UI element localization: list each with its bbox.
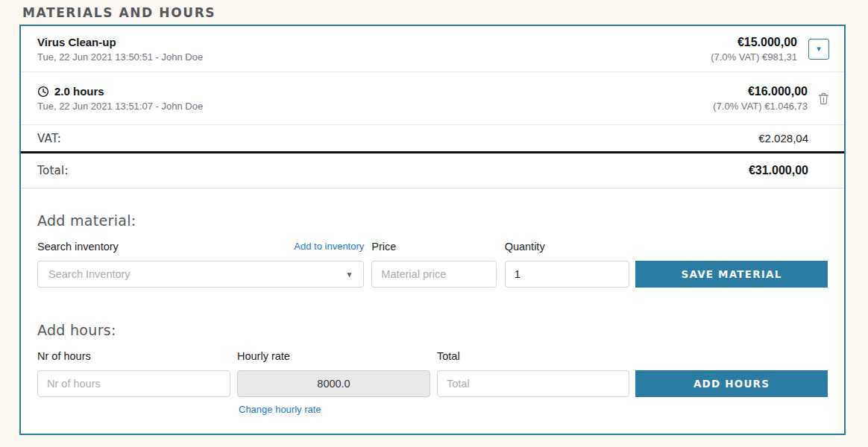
price-label: Price [371, 241, 396, 253]
line-item-vat-note: (7.0% VAT) €981,31 [711, 51, 797, 63]
chevron-down-icon: ▼ [345, 270, 353, 279]
total-label: Total: [37, 164, 69, 177]
add-material-form: Search inventory Add to inventory Search… [37, 241, 828, 288]
line-item-info: Virus Clean-up Tue, 22 Jun 2021 13:50:51… [37, 36, 203, 63]
line-item-vat-note: (7.0% VAT) €1.046,73 [713, 101, 808, 112]
line-item-hours: 2.0 hours Tue, 22 Jun 2021 13:51:07 - Jo… [21, 72, 844, 125]
hourly-rate-label: Hourly rate [237, 350, 290, 362]
quantity-label: Quantity [505, 241, 545, 253]
add-hours-heading: Add hours: [37, 322, 828, 338]
material-price-input[interactable] [371, 261, 496, 288]
line-item-amount: €16.000,00 [713, 85, 808, 98]
add-hours-button[interactable]: ADD HOURS [635, 370, 828, 397]
total-value: €31.000,00 [749, 164, 808, 177]
vat-label: VAT: [37, 132, 61, 145]
total-summary-row: Total: €31.000,00 [21, 153, 844, 188]
add-to-inventory-link[interactable]: Add to inventory [294, 241, 364, 252]
hourly-rate-input [237, 370, 430, 397]
line-item-meta: Tue, 22 Jun 2021 13:51:07 - John Doe [37, 101, 203, 112]
line-item-name: Virus Clean-up [37, 36, 116, 48]
vat-value: €2.028,04 [758, 132, 808, 145]
materials-hours-panel: Virus Clean-up Tue, 22 Jun 2021 13:50:51… [19, 25, 846, 435]
hours-total-label: Total [437, 350, 460, 362]
search-inventory-select[interactable]: Search Inventory ▼ [37, 261, 364, 288]
search-inventory-label: Search inventory [37, 241, 119, 253]
nr-of-hours-input[interactable] [37, 370, 230, 397]
line-item-info: 2.0 hours Tue, 22 Jun 2021 13:51:07 - Jo… [37, 85, 203, 112]
line-item-material: Virus Clean-up Tue, 22 Jun 2021 13:50:51… [21, 26, 844, 72]
add-material-heading: Add material: [37, 212, 828, 229]
change-hourly-rate-link[interactable]: Change hourly rate [239, 404, 321, 415]
add-hours-form: Nr of hours Hourly rate Change hourly ra… [37, 350, 828, 415]
clock-icon [37, 86, 49, 98]
save-material-button[interactable]: SAVE MATERIAL [635, 261, 828, 288]
quantity-input[interactable] [505, 261, 629, 288]
line-item-meta: Tue, 22 Jun 2021 13:50:51 - John Doe [37, 51, 203, 63]
forms-area: Add material: Search inventory Add to in… [21, 212, 844, 415]
chevron-down-icon: ▾ [817, 44, 821, 54]
page-title: MATERIALS AND HOURS [22, 5, 216, 20]
line-item-name: 2.0 hours [54, 85, 104, 98]
hours-total-input[interactable] [437, 370, 629, 397]
vat-summary-row: VAT: €2.028,04 [21, 125, 844, 153]
trash-icon [818, 92, 829, 105]
item-actions-dropdown-button[interactable]: ▾ [808, 39, 829, 60]
delete-item-button[interactable] [818, 92, 829, 105]
line-item-amount: €15.000,00 [711, 36, 797, 49]
search-inventory-placeholder: Search Inventory [48, 268, 130, 280]
nr-of-hours-label: Nr of hours [37, 350, 91, 362]
